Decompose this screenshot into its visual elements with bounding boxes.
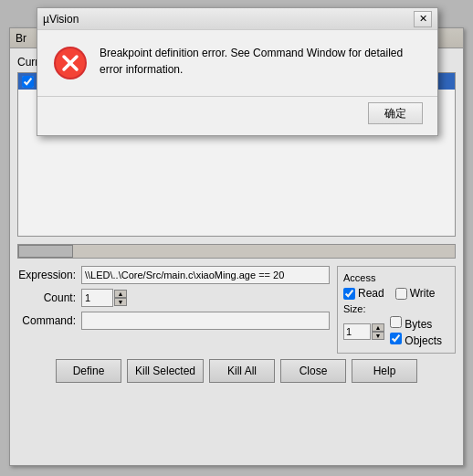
ok-button[interactable]: 确定 xyxy=(368,102,423,124)
error-titlebar: µVision ✕ xyxy=(37,8,437,30)
error-icon xyxy=(52,45,89,81)
error-dialog: µVision ✕ Breakpoint definition error. S… xyxy=(37,7,438,136)
error-body: Breakpoint definition error. See Command… xyxy=(37,30,437,96)
close-icon[interactable]: ✕ xyxy=(414,11,432,27)
error-footer: 确定 xyxy=(37,97,437,135)
error-message: Breakpoint definition error. See Command… xyxy=(100,45,423,78)
error-title: µVision xyxy=(43,13,414,26)
